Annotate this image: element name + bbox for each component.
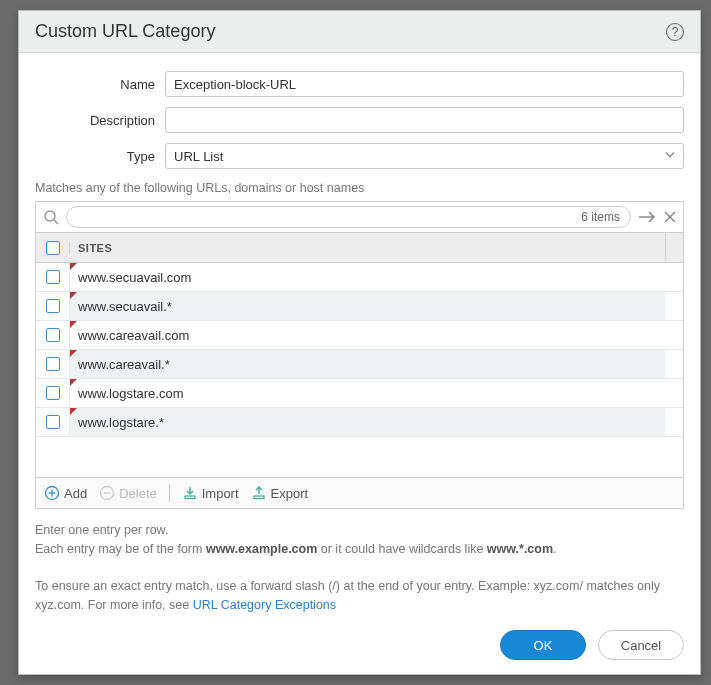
edited-indicator-icon bbox=[70, 379, 77, 386]
description-input[interactable] bbox=[165, 107, 684, 133]
search-input[interactable]: 6 items bbox=[66, 206, 631, 228]
export-label: Export bbox=[271, 486, 309, 501]
sites-panel: 6 items SITES www.secuavail.comwww.secua… bbox=[35, 201, 684, 509]
delete-button[interactable]: Delete bbox=[99, 485, 157, 501]
row-checkbox[interactable] bbox=[46, 415, 60, 429]
row-checkbox[interactable] bbox=[46, 270, 60, 284]
close-icon[interactable] bbox=[663, 210, 677, 224]
type-label: Type bbox=[35, 149, 165, 164]
search-count: 6 items bbox=[581, 210, 620, 224]
edited-indicator-icon bbox=[70, 292, 77, 299]
site-cell[interactable]: www.logstare.com bbox=[70, 379, 665, 407]
name-input[interactable] bbox=[165, 71, 684, 97]
search-icon[interactable] bbox=[42, 208, 60, 226]
dialog-header: Custom URL Category ? bbox=[19, 11, 700, 53]
site-value: www.secuavail.com bbox=[78, 270, 191, 285]
footer-help: Enter one entry per row. Each entry may … bbox=[35, 521, 684, 615]
list-header: SITES bbox=[36, 233, 683, 263]
site-cell[interactable]: www.secuavail.* bbox=[70, 292, 665, 320]
export-button[interactable]: Export bbox=[251, 485, 309, 501]
delete-label: Delete bbox=[119, 486, 157, 501]
row-checkbox[interactable] bbox=[46, 328, 60, 342]
table-row[interactable]: www.logstare.* bbox=[36, 408, 683, 437]
site-cell[interactable]: www.secuavail.com bbox=[70, 263, 665, 291]
description-label: Description bbox=[35, 113, 165, 128]
url-category-exceptions-link[interactable]: URL Category Exceptions bbox=[193, 598, 336, 612]
dialog-body: Name Description Type Matches any of the… bbox=[19, 53, 700, 616]
table-row[interactable]: www.secuavail.com bbox=[36, 263, 683, 292]
site-value: www.logstare.com bbox=[78, 386, 183, 401]
import-label: Import bbox=[202, 486, 239, 501]
custom-url-category-dialog: Custom URL Category ? Name Description T… bbox=[18, 10, 701, 675]
sites-list: www.secuavail.comwww.secuavail.*www.care… bbox=[36, 263, 683, 437]
dialog-footer: OK Cancel bbox=[19, 616, 700, 674]
site-value: www.careavail.com bbox=[78, 328, 189, 343]
type-value[interactable] bbox=[165, 143, 684, 169]
table-row[interactable]: www.careavail.* bbox=[36, 350, 683, 379]
svg-rect-13 bbox=[254, 496, 264, 499]
table-row[interactable]: www.careavail.com bbox=[36, 321, 683, 350]
svg-line-1 bbox=[54, 220, 58, 224]
toolbar-separator bbox=[169, 484, 170, 502]
list-toolbar: Add Delete Import Export bbox=[36, 477, 683, 508]
select-all-checkbox[interactable] bbox=[46, 241, 60, 255]
ok-button[interactable]: OK bbox=[500, 630, 586, 660]
site-value: www.secuavail.* bbox=[78, 299, 172, 314]
svg-point-0 bbox=[45, 211, 55, 221]
row-checkbox[interactable] bbox=[46, 357, 60, 371]
search-bar: 6 items bbox=[36, 202, 683, 233]
site-value: www.logstare.* bbox=[78, 415, 164, 430]
help-icon[interactable]: ? bbox=[666, 23, 684, 41]
help-line1: Enter one entry per row. bbox=[35, 521, 684, 540]
site-cell[interactable]: www.logstare.* bbox=[70, 408, 665, 436]
edited-indicator-icon bbox=[70, 321, 77, 328]
site-cell[interactable]: www.careavail.com bbox=[70, 321, 665, 349]
add-button[interactable]: Add bbox=[44, 485, 87, 501]
type-select[interactable] bbox=[165, 143, 684, 169]
edited-indicator-icon bbox=[70, 408, 77, 415]
arrow-right-icon[interactable] bbox=[637, 209, 657, 225]
site-value: www.careavail.* bbox=[78, 357, 170, 372]
row-checkbox[interactable] bbox=[46, 299, 60, 313]
cancel-button[interactable]: Cancel bbox=[598, 630, 684, 660]
site-cell[interactable]: www.careavail.* bbox=[70, 350, 665, 378]
table-row[interactable]: www.secuavail.* bbox=[36, 292, 683, 321]
dialog-title: Custom URL Category bbox=[35, 21, 215, 42]
svg-rect-11 bbox=[185, 496, 195, 499]
table-row[interactable]: www.logstare.com bbox=[36, 379, 683, 408]
add-label: Add bbox=[64, 486, 87, 501]
edited-indicator-icon bbox=[70, 263, 77, 270]
import-button[interactable]: Import bbox=[182, 485, 239, 501]
sites-column-header: SITES bbox=[70, 242, 665, 254]
edited-indicator-icon bbox=[70, 350, 77, 357]
matches-hint: Matches any of the following URLs, domai… bbox=[35, 181, 684, 195]
row-checkbox[interactable] bbox=[46, 386, 60, 400]
name-label: Name bbox=[35, 77, 165, 92]
